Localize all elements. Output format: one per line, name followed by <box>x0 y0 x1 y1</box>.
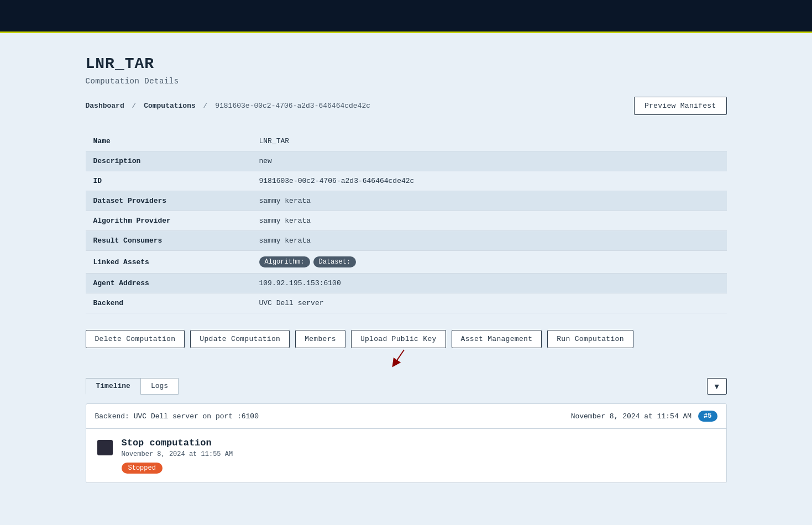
timeline-event-date: November 8, 2024 at 11:55 AM <box>122 450 233 458</box>
dataset-badge: Dataset: <box>313 256 357 267</box>
breadcrumb: Dashboard / Computations / 9181603e-00c2… <box>86 102 371 110</box>
delete-computation-button[interactable]: Delete Computation <box>86 330 185 348</box>
breadcrumb-dashboard[interactable]: Dashboard <box>86 102 124 110</box>
breadcrumb-sep1: / <box>132 102 137 110</box>
preview-manifest-button[interactable]: Preview Manifest <box>634 97 727 115</box>
table-cell-value: 9181603e-00c2-4706-a2d3-646464cde42c <box>252 171 727 191</box>
table-row: Linked AssetsAlgorithm:Dataset: <box>86 251 727 274</box>
table-cell-value: Algorithm:Dataset: <box>252 251 727 274</box>
table-row: BackendUVC Dell server <box>86 293 727 313</box>
table-cell-value: LNR_TAR <box>252 132 727 151</box>
table-cell-value: new <box>252 151 727 171</box>
main-content: LNR_TAR Computation Details Dashboard / … <box>75 33 738 505</box>
table-cell-value: sammy kerata <box>252 211 727 231</box>
table-cell-label: ID <box>86 171 252 191</box>
breadcrumb-computations[interactable]: Computations <box>144 102 196 110</box>
upload-public-key-wrapper: Upload Public Key <box>351 330 446 348</box>
red-arrow-annotation <box>385 347 412 369</box>
filter-button[interactable]: ▼ <box>707 378 727 395</box>
algorithm-badge: Algorithm: <box>259 256 310 267</box>
table-row: Agent Address109.92.195.153:6100 <box>86 274 727 293</box>
timeline-header-right: November 8, 2024 at 11:54 AM #5 <box>571 411 717 422</box>
upload-public-key-button[interactable]: Upload Public Key <box>351 330 446 348</box>
table-cell-value: UVC Dell server <box>252 293 727 313</box>
detail-table: NameLNR_TARDescriptionnewID9181603e-00c2… <box>86 132 727 313</box>
timeline-body: Stop computation November 8, 2024 at 11:… <box>86 429 726 482</box>
asset-management-button[interactable]: Asset Management <box>452 330 542 348</box>
table-cell-label: Result Consumers <box>86 231 252 251</box>
table-cell-label: Dataset Providers <box>86 191 252 211</box>
actions-row: Delete Computation Update Computation Me… <box>86 330 727 348</box>
table-row: Algorithm Providersammy kerata <box>86 211 727 231</box>
stop-icon <box>97 440 113 455</box>
table-row: ID9181603e-00c2-4706-a2d3-646464cde42c <box>86 171 727 191</box>
tabs-row: Timeline Logs ▼ <box>86 378 727 395</box>
table-cell-label: Algorithm Provider <box>86 211 252 231</box>
tabs: Timeline Logs <box>86 378 179 395</box>
members-button[interactable]: Members <box>295 330 345 348</box>
table-cell-label: Name <box>86 132 252 151</box>
table-row: Dataset Providerssammy kerata <box>86 191 727 211</box>
table-cell-value: 109.92.195.153:6100 <box>252 274 727 293</box>
table-cell-value: sammy kerata <box>252 191 727 211</box>
timeline-card: Backend: UVC Dell server on port :6100 N… <box>86 403 727 483</box>
table-cell-label: Linked Assets <box>86 251 252 274</box>
page-subtitle: Computation Details <box>86 77 727 86</box>
table-row: Descriptionnew <box>86 151 727 171</box>
top-bar <box>0 0 812 33</box>
timeline-date: November 8, 2024 at 11:54 AM <box>571 412 691 421</box>
breadcrumb-sep2: / <box>203 102 208 110</box>
filter-icon: ▼ <box>713 382 721 391</box>
breadcrumb-row: Dashboard / Computations / 9181603e-00c2… <box>86 97 727 115</box>
table-row: Result Consumerssammy kerata <box>86 231 727 251</box>
svg-line-0 <box>395 350 404 364</box>
table-cell-label: Agent Address <box>86 274 252 293</box>
page-title: LNR_TAR <box>86 55 727 72</box>
tab-timeline[interactable]: Timeline <box>86 378 140 395</box>
run-computation-button[interactable]: Run Computation <box>547 330 633 348</box>
tab-logs[interactable]: Logs <box>140 378 179 395</box>
table-cell-label: Backend <box>86 293 252 313</box>
timeline-event-title: Stop computation <box>122 438 233 448</box>
timeline-badge: #5 <box>698 411 717 422</box>
table-row: NameLNR_TAR <box>86 132 727 151</box>
update-computation-button[interactable]: Update Computation <box>190 330 290 348</box>
breadcrumb-id: 9181603e-00c2-4706-a2d3-646464cde42c <box>215 102 370 110</box>
table-cell-value: sammy kerata <box>252 231 727 251</box>
timeline-header: Backend: UVC Dell server on port :6100 N… <box>86 404 726 429</box>
table-cell-label: Description <box>86 151 252 171</box>
timeline-event: Stop computation November 8, 2024 at 11:… <box>122 438 233 474</box>
stopped-badge: Stopped <box>122 463 163 474</box>
timeline-backend: Backend: UVC Dell server on port :6100 <box>95 412 259 421</box>
